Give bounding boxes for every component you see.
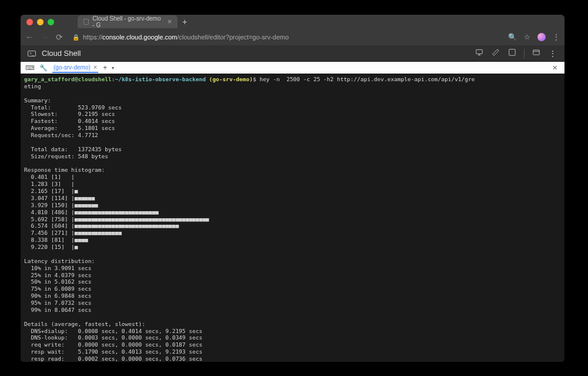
terminal-output[interactable]: gary_a_stafford@cloudshell:~/k8s-istio-o… bbox=[21, 74, 564, 362]
url-text: https://console.cloud.google.com/cloudsh… bbox=[83, 34, 289, 41]
tab-close-button[interactable]: × bbox=[168, 18, 172, 26]
terminal-toggle-icon[interactable] bbox=[507, 48, 517, 58]
window-zoom-button[interactable] bbox=[48, 19, 54, 25]
browser-tab[interactable]: Cloud Shell - go-srv-demo - G × bbox=[78, 15, 178, 28]
keyboard-icon[interactable]: ⌨ bbox=[25, 64, 35, 72]
profile-avatar[interactable] bbox=[537, 33, 546, 41]
reload-button[interactable]: ⟳ bbox=[56, 32, 63, 42]
header-divider bbox=[524, 49, 524, 58]
shell-tab-close-button[interactable]: × bbox=[93, 64, 97, 71]
window-close-button[interactable] bbox=[26, 19, 33, 25]
svg-rect-4 bbox=[533, 50, 540, 55]
browser-tab-title: Cloud Shell - go-srv-demo - G bbox=[92, 15, 164, 28]
svg-rect-0 bbox=[476, 49, 483, 54]
window-minimize-button[interactable] bbox=[37, 19, 44, 25]
address-bar-actions: 🔍 ☆ ⋮ bbox=[508, 33, 560, 41]
cloud-shell-icon: >_ bbox=[28, 51, 36, 56]
browser-menu-button[interactable]: ⋮ bbox=[553, 33, 560, 41]
more-menu-button[interactable]: ⋮ bbox=[548, 49, 557, 58]
display-icon[interactable] bbox=[475, 48, 484, 58]
search-icon[interactable]: 🔍 bbox=[508, 33, 517, 41]
shell-tab-label: (go-srv-demo) bbox=[54, 64, 91, 71]
forward-button[interactable]: → bbox=[41, 32, 49, 42]
svg-rect-3 bbox=[509, 49, 516, 56]
back-button[interactable]: ← bbox=[25, 32, 34, 42]
cloudshell-title: Cloud Shell bbox=[42, 49, 81, 58]
address-bar: ← → ⟳ 🔒 https://console.cloud.google.com… bbox=[21, 29, 564, 45]
url-input[interactable]: 🔒 https://console.cloud.google.com/cloud… bbox=[70, 34, 501, 41]
new-tab-button[interactable]: + bbox=[182, 17, 187, 26]
title-bar: Cloud Shell - go-srv-demo - G × + bbox=[21, 15, 564, 29]
traffic-lights bbox=[26, 19, 54, 25]
settings-icon[interactable]: 🔧 bbox=[39, 64, 48, 72]
browser-window: Cloud Shell - go-srv-demo - G × + ← → ⟳ … bbox=[21, 15, 564, 362]
edit-icon[interactable] bbox=[491, 48, 500, 58]
shell-tab-strip: ⌨ 🔧 (go-srv-demo) × + ▾ × bbox=[21, 62, 564, 74]
cloudshell-header: >_ Cloud Shell ⋮ bbox=[21, 45, 564, 62]
close-panel-button[interactable]: × bbox=[553, 63, 560, 72]
lock-icon: 🔒 bbox=[72, 34, 79, 41]
bookmark-icon[interactable]: ☆ bbox=[524, 33, 530, 41]
favicon-icon bbox=[83, 19, 89, 25]
shell-tab[interactable]: (go-srv-demo) × bbox=[52, 62, 98, 73]
new-shell-tab-button[interactable]: + bbox=[103, 64, 107, 72]
shell-tab-options-button[interactable]: ▾ bbox=[112, 65, 114, 71]
new-window-icon[interactable] bbox=[532, 48, 541, 58]
